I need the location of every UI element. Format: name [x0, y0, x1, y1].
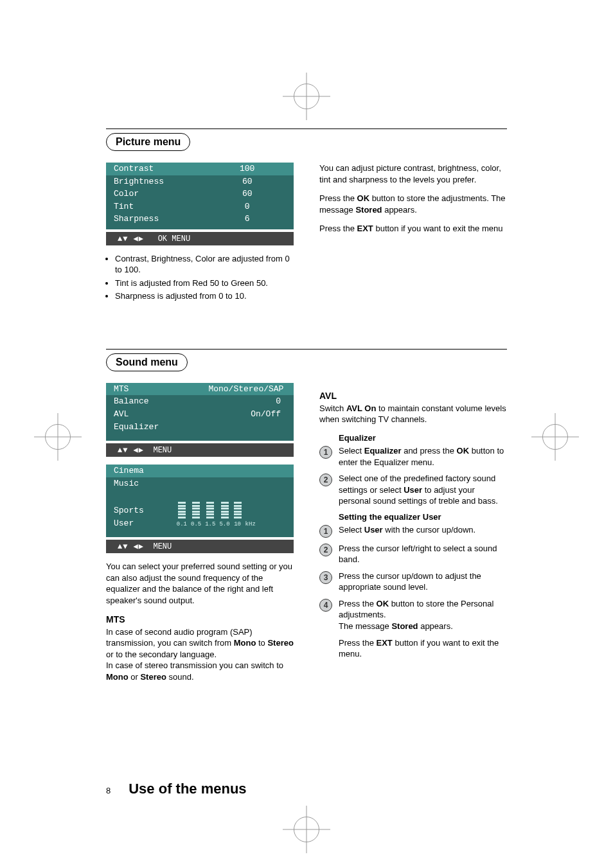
step-item: 2 Select one of the predefined factory s…	[319, 473, 507, 507]
arrow-icons: ▲▼ ◀▶	[118, 235, 144, 244]
avl-heading: AVL	[319, 391, 507, 401]
menu-item-value: 0	[208, 396, 286, 407]
step-number-icon: 2	[319, 474, 332, 486]
menu-item-label: Cinema	[114, 465, 208, 477]
picture-menu-box: Contrast100 Brightness60 Color60 Tint0 S…	[106, 163, 294, 229]
step-number-icon: 3	[319, 571, 332, 584]
mts-heading: MTS	[106, 614, 294, 624]
menu-item-label: Sharpness	[114, 213, 208, 225]
menu-item-value: 6	[208, 213, 286, 225]
arrow-icons: ▲▼ ◀▶	[118, 446, 144, 455]
step-number-icon: 1	[319, 525, 332, 538]
menu-item-label: Music	[114, 478, 208, 490]
menu-item-label: Color	[114, 188, 208, 200]
sound-menu-box-2: Cinema Music Sports 0.1 0.5 1.5 5.0 10 k…	[106, 465, 294, 537]
step-item: 1 Select Equalizer and press the OK butt…	[319, 445, 507, 468]
sound-exit: Press the EXT button if you want to exit…	[319, 637, 507, 660]
picture-menu-title: Picture menu	[106, 133, 190, 151]
sound-intro: You can select your preferred sound sett…	[106, 561, 294, 606]
page-content: Picture menu Contrast100 Brightness60 Co…	[106, 128, 507, 804]
bullet-item: Sharpness is adjusted from 0 to 10.	[115, 290, 294, 302]
hint-bar: ▲▼ ◀▶ MENU	[106, 540, 294, 553]
menu-item-value: 60	[208, 176, 286, 188]
footer-title: Use of the menus	[129, 781, 246, 797]
step-number-icon: 1	[319, 446, 332, 459]
mts-para-2: In case of stereo transmission you can s…	[106, 660, 294, 682]
menu-item-label: Equalizer	[114, 421, 208, 433]
sound-menu-title: Sound menu	[106, 353, 188, 371]
menu-item-label: Contrast	[114, 163, 208, 175]
hint-text: MENU	[153, 446, 172, 455]
registration-mark	[542, 424, 568, 450]
step-number-icon: 2	[319, 544, 332, 556]
step-number-icon: 4	[319, 599, 332, 612]
registration-mark	[45, 424, 71, 450]
menu-item-value: 100	[208, 163, 286, 175]
menu-item-value: Mono/Stereo/SAP	[208, 384, 289, 395]
hint-text: MENU	[153, 542, 172, 551]
page-number: 8	[106, 786, 111, 795]
hint-bar: ▲▼ ◀▶ OK MENU	[106, 232, 294, 245]
picture-exit: Press the EXT button if you want to exit…	[319, 223, 507, 235]
avl-para: Switch AVL On to maintain constant volum…	[319, 403, 507, 425]
step-item: 2 Press the cursor left/right to select …	[319, 543, 507, 565]
equalizer-bars: 0.1 0.5 1.5 5.0 10 kHz	[174, 502, 256, 528]
setuser-heading: Setting the equalizer User	[319, 512, 507, 522]
picture-store: Press the OK button to store the adjustm…	[319, 193, 507, 215]
menu-item-value: 60	[208, 188, 286, 200]
picture-bullets: Contrast, Brightness, Color are adjusted…	[106, 253, 294, 302]
menu-item-value: 0	[208, 201, 286, 213]
sound-menu-box-1: MTSMono/Stereo/SAP Balance0 AVLOn/Off Eq…	[106, 383, 294, 441]
menu-item-value: On/Off	[208, 409, 286, 420]
step-item: 1 Select User with the cursor up/down.	[319, 524, 507, 538]
picture-intro: You can adjust picture contrast, brightn…	[319, 163, 507, 185]
menu-item-label: Sports	[114, 505, 174, 517]
hint-bar: ▲▼ ◀▶ MENU	[106, 443, 294, 457]
arrow-icons: ▲▼ ◀▶	[118, 542, 144, 551]
menu-item-label: AVL	[114, 409, 208, 420]
menu-item-label: Brightness	[114, 176, 208, 188]
registration-mark	[294, 817, 319, 842]
registration-mark	[294, 84, 319, 109]
equalizer-heading: Equalizer	[319, 433, 507, 443]
step-item: 4 Press the OK button to store the Perso…	[319, 598, 507, 632]
bullet-item: Contrast, Brightness, Color are adjusted…	[115, 253, 294, 276]
menu-item-label: Tint	[114, 201, 208, 213]
step-item: 3 Press the cursor up/down to adjust the…	[319, 571, 507, 593]
menu-item-label: Balance	[114, 396, 208, 407]
page-footer: 8 Use of the menus	[106, 781, 247, 797]
menu-item-label: MTS	[114, 384, 208, 395]
bullet-item: Tint is adjusted from Red 50 to Green 50…	[115, 278, 294, 289]
hint-text: OK MENU	[158, 235, 190, 244]
mts-para: In case of second audio program (SAP) tr…	[106, 626, 294, 660]
